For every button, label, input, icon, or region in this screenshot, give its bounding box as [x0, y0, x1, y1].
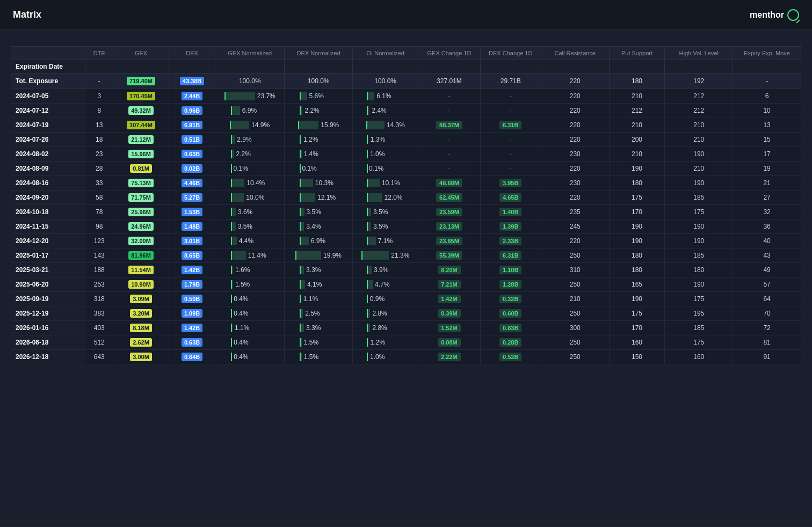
- row-dte: 253: [85, 277, 113, 292]
- row-callres: 250: [541, 248, 609, 263]
- tot-gexnorm: 100.0%: [215, 74, 285, 89]
- gex-change-cell: 23.13M: [418, 219, 480, 234]
- row-gex: 15.96M: [113, 147, 169, 162]
- bar-cell: 14.9%: [215, 118, 285, 133]
- table-row: 2024-08-09 28 0.81M 0.02B 0.1% 0.1% 0.1%…: [11, 162, 801, 176]
- row-gex: 24.96M: [113, 219, 169, 234]
- gex-change-cell: 1.52M: [418, 321, 480, 335]
- dex-change-cell: 2.33B: [480, 234, 541, 248]
- tot-oinorm: 100.0%: [353, 74, 418, 89]
- bar-cell: 6.9%: [215, 104, 285, 118]
- row-putsup: 180: [609, 248, 665, 263]
- col-header-date: [11, 47, 85, 60]
- bar-cell: 3.4%: [285, 219, 353, 234]
- col-header-dte: DTE: [85, 47, 113, 60]
- dex-change-cell: -: [480, 133, 541, 147]
- col-header-gex: GEX: [113, 47, 169, 60]
- table-row: 2024-09-20 58 71.75M 5.27B 10.0% 12.1% 1…: [11, 191, 801, 205]
- bar-cell: 10.1%: [353, 176, 418, 191]
- matrix-table: DTE GEX DEX GEX Normalized DEX Normalize…: [11, 46, 801, 364]
- row-expirymove: 36: [733, 219, 801, 234]
- bar-cell: 3.5%: [353, 219, 418, 234]
- row-gex: 3.09M: [113, 292, 169, 306]
- row-putsup: 210: [609, 118, 665, 133]
- row-expirymove: 32: [733, 205, 801, 219]
- row-date: 2024-08-16: [11, 176, 85, 191]
- bar-cell: 12.1%: [285, 191, 353, 205]
- row-date: 2025-06-20: [11, 277, 85, 292]
- row-hvl: 185: [665, 191, 733, 205]
- bar-cell: 2.4%: [353, 104, 418, 118]
- bar-cell: 3.5%: [285, 205, 353, 219]
- row-expirymove: 49: [733, 263, 801, 277]
- bar-cell: 2.2%: [285, 104, 353, 118]
- tot-hvl: 192: [665, 74, 733, 89]
- expiration-date-label: Expiration Date: [11, 60, 85, 74]
- bar-cell: 6.1%: [353, 89, 418, 104]
- row-expirymove: 72: [733, 321, 801, 335]
- logo-q-icon: [787, 9, 799, 21]
- row-callres: 250: [541, 306, 609, 321]
- row-dte: 123: [85, 234, 113, 248]
- row-dex: 1.53B: [169, 205, 215, 219]
- row-date: 2024-07-05: [11, 89, 85, 104]
- row-expirymove: 91: [733, 350, 801, 364]
- bar-cell: 1.2%: [285, 133, 353, 147]
- logo: menthor: [750, 9, 799, 21]
- gex-change-cell: -: [418, 162, 480, 176]
- bar-cell: 21.3%: [353, 248, 418, 263]
- table-row: 2024-07-05 3 170.45M 2.44B 23.7% 5.6% 6.…: [11, 89, 801, 104]
- dex-change-cell: -: [480, 89, 541, 104]
- row-callres: 250: [541, 335, 609, 350]
- bar-cell: 0.1%: [285, 162, 353, 176]
- gex-change-cell: 23.85M: [418, 234, 480, 248]
- row-callres: 220: [541, 133, 609, 147]
- row-hvl: 175: [665, 292, 733, 306]
- row-putsup: 160: [609, 335, 665, 350]
- row-expirymove: 57: [733, 277, 801, 292]
- row-date: 2024-09-20: [11, 191, 85, 205]
- table-row: 2024-07-19 13 107.44M 6.91B 14.9% 15.9% …: [11, 118, 801, 133]
- bar-cell: 2.8%: [353, 306, 418, 321]
- row-gex: 170.45M: [113, 89, 169, 104]
- table-row: 2024-08-02 23 15.96M 0.63B 2.2% 1.4% 1.0…: [11, 147, 801, 162]
- row-putsup: 200: [609, 133, 665, 147]
- bar-cell: 0.9%: [353, 292, 418, 306]
- row-expirymove: 21: [733, 176, 801, 191]
- row-expirymove: 81: [733, 335, 801, 350]
- row-dex: 0.64B: [169, 350, 215, 364]
- bar-cell: 1.2%: [353, 335, 418, 350]
- tot-dex: 43.38B: [169, 74, 215, 89]
- row-date: 2024-08-09: [11, 162, 85, 176]
- tot-dexnorm: 100.0%: [285, 74, 353, 89]
- bar-cell: 11.4%: [215, 248, 285, 263]
- row-expirymove: 64: [733, 292, 801, 306]
- row-expirymove: 10: [733, 104, 801, 118]
- table-row: 2025-01-17 143 81.96M 8.65B 11.4% 19.9% …: [11, 248, 801, 263]
- table-row: 2026-06-18 512 2.62M 0.63B 0.4% 1.5% 1.2…: [11, 335, 801, 350]
- expiration-date-row: Expiration Date: [11, 60, 801, 74]
- row-date: 2026-12-18: [11, 350, 85, 364]
- gex-change-cell: 8.20M: [418, 263, 480, 277]
- row-gex: 49.32M: [113, 104, 169, 118]
- row-callres: 220: [541, 104, 609, 118]
- gex-change-cell: 0.39M: [418, 306, 480, 321]
- row-callres: 220: [541, 89, 609, 104]
- col-header-put: Put Support: [609, 47, 665, 60]
- bar-cell: 7.1%: [353, 234, 418, 248]
- app-header: Matrix menthor: [0, 0, 812, 30]
- row-dex: 1.09B: [169, 306, 215, 321]
- bar-cell: 1.6%: [215, 263, 285, 277]
- bar-cell: 4.7%: [353, 277, 418, 292]
- main-content: DTE GEX DEX GEX Normalized DEX Normalize…: [0, 30, 812, 380]
- col-header-gexn: GEX Normalized: [215, 47, 285, 60]
- row-putsup: 190: [609, 219, 665, 234]
- row-dte: 28: [85, 162, 113, 176]
- row-date: 2024-12-20: [11, 234, 85, 248]
- bar-cell: 4.4%: [215, 234, 285, 248]
- row-callres: 220: [541, 234, 609, 248]
- row-date: 2024-07-19: [11, 118, 85, 133]
- row-gex: 3.00M: [113, 350, 169, 364]
- row-gex: 11.54M: [113, 263, 169, 277]
- table-row: 2025-12-19 383 3.20M 1.09B 0.4% 2.5% 2.8…: [11, 306, 801, 321]
